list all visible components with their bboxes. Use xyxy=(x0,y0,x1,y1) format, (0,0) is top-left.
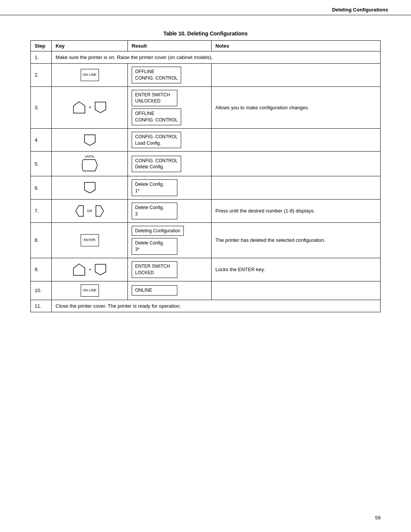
col-result: Result xyxy=(128,41,212,51)
key-cell xyxy=(52,128,128,152)
col-step: Step xyxy=(31,41,52,51)
table-row: 1. Make sure the printer is on. Raise th… xyxy=(31,51,381,64)
step-cell: 5. xyxy=(31,152,52,176)
result-cell: OFFLINECONFIG. CONTROL xyxy=(128,64,212,87)
key-icon-container: + xyxy=(56,262,124,277)
svg-marker-3 xyxy=(84,182,95,193)
online-key: ON LINE xyxy=(81,284,99,297)
page-number: 59 xyxy=(375,515,381,521)
svg-marker-1 xyxy=(95,102,106,113)
key-cell: ON LINE xyxy=(52,64,128,87)
svg-marker-2 xyxy=(84,135,95,145)
step-cell: 10. xyxy=(31,281,52,300)
notes-cell xyxy=(212,128,381,152)
notes-cell: Press until the desired number (1-8) dis… xyxy=(212,199,381,222)
table-row: 5. UNTIL CONFIG. CONTROLDelete Config. xyxy=(31,152,381,176)
table-row: 11. Close the printer cover. The printer… xyxy=(31,300,381,312)
result-cell: Delete Config.3 xyxy=(128,199,212,222)
key-cell: OR xyxy=(52,199,128,222)
step-cell: 3. xyxy=(31,86,52,128)
plus-sign: + xyxy=(89,267,91,272)
result-cell: ENTER SWITCHUNLOCKED OFFLINECONFIG. CONT… xyxy=(128,86,212,128)
result-cell: CONFIG. CONTROLLoad Config. xyxy=(128,128,212,152)
result-box: Deleting Configuration xyxy=(132,226,184,236)
key-icon-container xyxy=(56,181,124,195)
notes-cell: Allows you to make configuration changes… xyxy=(212,86,381,128)
enter-key: ENTER xyxy=(81,234,99,246)
step-cell: 11. xyxy=(31,300,52,312)
result-box: CONFIG. CONTROLLoad Config. xyxy=(132,132,181,149)
result-box-2: Delete Config.3* xyxy=(132,238,177,255)
key-cell xyxy=(52,176,128,200)
plus-sign: + xyxy=(89,105,91,110)
table-caption: Table 10. Deleting Configurations xyxy=(30,30,381,37)
result-cell: Delete Config.1* xyxy=(128,176,212,200)
notes-cell xyxy=(212,281,381,300)
col-key: Key xyxy=(52,41,128,51)
key-cell: ON LINE xyxy=(52,281,128,300)
result-box: Delete Config.1* xyxy=(132,179,177,196)
key-cell: UNTIL xyxy=(52,152,128,176)
key-icon-container: UNTIL xyxy=(56,155,124,173)
result-box: ONLINE xyxy=(132,285,177,296)
table-row: 3. + ENTER SWITCHUNLO xyxy=(31,86,381,128)
arrow-left-icon xyxy=(72,205,85,217)
key-icon-container xyxy=(56,133,124,147)
notes-cell: Locks the ENTER key. xyxy=(212,258,381,281)
table-header-row: Step Key Result Notes xyxy=(31,41,381,51)
pentagon-down-icon xyxy=(94,263,107,276)
until-key-icon xyxy=(81,159,98,172)
pentagon-down-icon xyxy=(94,101,107,114)
pentagon-down-icon xyxy=(83,181,97,195)
notes-cell xyxy=(212,64,381,87)
result-box: Delete Config.3 xyxy=(132,203,177,219)
svg-marker-0 xyxy=(73,102,85,113)
svg-marker-6 xyxy=(73,264,85,275)
result-box: OFFLINECONFIG. CONTROL xyxy=(132,67,181,83)
svg-marker-7 xyxy=(95,264,106,275)
pentagon-up-icon xyxy=(72,100,86,115)
pentagon-up-icon xyxy=(72,262,86,277)
notes-cell xyxy=(212,152,381,176)
table-row: 7. OR Delete Config.3 xyxy=(31,199,381,222)
table-row: 9. + ENTER SWITCHLOCKED Locks xyxy=(31,258,381,281)
main-table: Step Key Result Notes 1. Make sure the p… xyxy=(30,40,381,312)
full-row-text: Close the printer cover. The printer is … xyxy=(52,300,381,312)
key-icon-container: OR xyxy=(56,205,124,217)
result-cell: Deleting Configuration Delete Config.3* xyxy=(128,222,212,258)
svg-marker-4 xyxy=(76,206,83,216)
step-cell: 7. xyxy=(31,199,52,222)
step-cell: 4. xyxy=(31,128,52,152)
page-content: Table 10. Deleting Configurations Step K… xyxy=(0,15,411,335)
step-cell: 8. xyxy=(31,222,52,258)
arrow-right-icon xyxy=(94,205,107,217)
notes-cell: The printer has deleted the selected con… xyxy=(212,222,381,258)
result-cell: CONFIG. CONTROLDelete Config. xyxy=(128,152,212,176)
col-notes: Notes xyxy=(212,41,381,51)
table-row: 2. ON LINE OFFLINECONFIG. CONTROL xyxy=(31,64,381,87)
step-cell: 1. xyxy=(31,51,52,64)
svg-marker-5 xyxy=(96,206,104,216)
result-cell: ONLINE xyxy=(128,281,212,300)
step-cell: 6. xyxy=(31,176,52,200)
until-label: UNTIL xyxy=(81,155,98,158)
result-box-2: OFFLINECONFIG. CONTROL xyxy=(132,109,181,125)
key-icon-container: ENTER xyxy=(56,234,124,246)
key-icon-container: ON LINE xyxy=(56,284,124,297)
step-cell: 9. xyxy=(31,258,52,281)
notes-cell xyxy=(212,176,381,200)
table-row: 4. CONFIG. CONTROLLoad Config. xyxy=(31,128,381,152)
header-title: Deleting Configurations xyxy=(332,7,388,13)
or-label: OR xyxy=(87,209,92,213)
table-row: 8. ENTER Deleting Configuration Delete C… xyxy=(31,222,381,258)
table-row: 6. Delete Config.1* xyxy=(31,176,381,200)
online-key: ON LINE xyxy=(81,69,99,81)
key-icon-container: + xyxy=(56,100,124,115)
result-box: ENTER SWITCHLOCKED xyxy=(132,261,177,278)
result-cell: ENTER SWITCHLOCKED xyxy=(128,258,212,281)
pentagon-down-icon xyxy=(83,133,97,147)
key-cell: + xyxy=(52,258,128,281)
full-row-text: Make sure the printer is on. Raise the p… xyxy=(52,51,381,64)
page-header: Deleting Configurations xyxy=(0,0,411,15)
key-cell: ENTER xyxy=(52,222,128,258)
